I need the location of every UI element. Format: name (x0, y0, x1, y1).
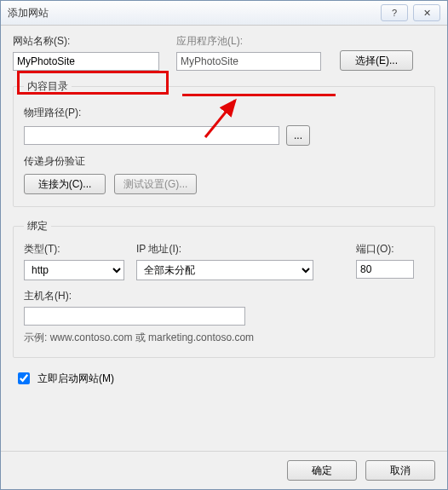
select-apppool-col: 选择(E)... (340, 50, 413, 71)
sitename-col: 网站名称(S): (13, 34, 166, 71)
sitename-input[interactable] (13, 52, 159, 71)
help-button[interactable]: ? (381, 4, 408, 21)
close-button[interactable]: ✕ (413, 4, 440, 21)
content-directory-legend: 内容目录 (24, 79, 72, 94)
help-icon: ? (392, 8, 397, 18)
binding-port-input[interactable] (356, 260, 414, 279)
binding-type-select[interactable]: http (24, 260, 124, 280)
binding-ip-select[interactable]: 全部未分配 (136, 260, 313, 280)
binding-host-input[interactable] (24, 307, 245, 326)
add-website-dialog: 添加网站 ? ✕ 网站名称(S): 应用程序池(L): 选择(E)... 内容目… (0, 0, 448, 490)
binding-ip-label: IP 地址(I): (136, 242, 346, 257)
dialog-footer: 确定 取消 (1, 451, 447, 489)
content-directory-group: 内容目录 物理路径(P): ... 传递身份验证 连接为(C)... 测试设置(… (13, 79, 435, 207)
ok-button[interactable]: 确定 (287, 460, 357, 481)
binding-host-label: 主机名(H): (24, 289, 424, 303)
autostart-row: 立即启动网站(M) (14, 370, 435, 387)
binding-legend: 绑定 (24, 219, 51, 233)
passthrough-auth-label: 传递身份验证 (24, 154, 424, 169)
test-settings-button: 测试设置(G)... (114, 174, 197, 194)
sitename-label: 网站名称(S): (13, 34, 166, 49)
ellipsis-icon: ... (294, 130, 302, 141)
physical-path-input[interactable] (24, 126, 279, 145)
connect-as-button[interactable]: 连接为(C)... (24, 174, 106, 194)
close-icon: ✕ (423, 8, 431, 19)
binding-host-example: 示例: www.contoso.com 或 marketing.contoso.… (24, 331, 424, 345)
apppool-label: 应用程序池(L): (176, 34, 330, 49)
spacer (342, 4, 376, 20)
autostart-checkbox[interactable] (18, 372, 30, 384)
window-title: 添加网站 (8, 6, 342, 20)
binding-type-label: 类型(T): (24, 242, 126, 257)
binding-group: 绑定 类型(T): http IP 地址(I): 全部未分配 端口(O): (13, 219, 435, 358)
titlebar: 添加网站 ? ✕ (1, 1, 447, 26)
apppool-input (176, 52, 321, 71)
cancel-button[interactable]: 取消 (365, 460, 435, 481)
binding-port-label: 端口(O): (356, 242, 424, 257)
apppool-col: 应用程序池(L): (176, 34, 330, 71)
physical-path-label: 物理路径(P): (24, 106, 424, 120)
dialog-body: 网站名称(S): 应用程序池(L): 选择(E)... 内容目录 物理路径(P)… (1, 26, 447, 451)
window-controls: ? ✕ (342, 4, 440, 21)
name-apppool-row: 网站名称(S): 应用程序池(L): 选择(E)... (13, 34, 435, 71)
browse-path-button[interactable]: ... (286, 125, 310, 146)
autostart-label: 立即启动网站(M) (37, 372, 114, 386)
select-apppool-button[interactable]: 选择(E)... (340, 50, 413, 71)
